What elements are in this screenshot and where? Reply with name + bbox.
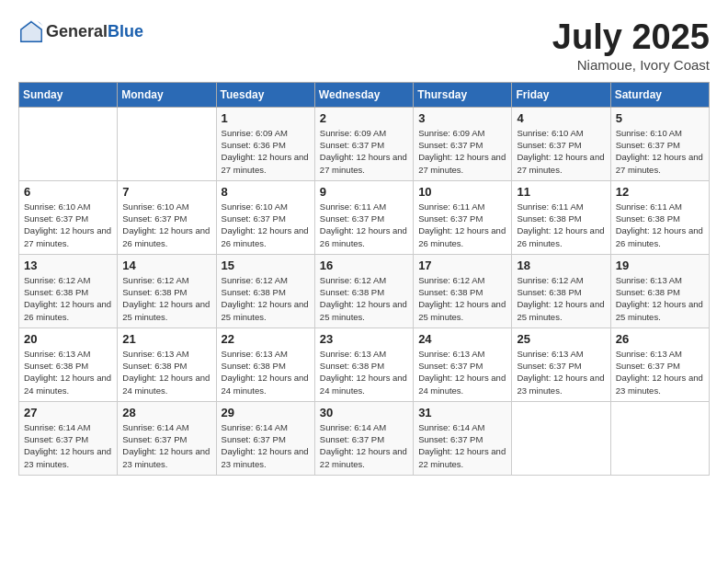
day-number: 28	[122, 406, 210, 419]
weekday-header: Sunday	[19, 82, 118, 107]
day-number: 2	[320, 111, 408, 125]
day-number: 18	[517, 259, 605, 272]
cell-detail: Sunrise: 6:10 AMSunset: 6:37 PMDaylight:…	[122, 201, 210, 249]
cell-detail: Sunrise: 6:14 AMSunset: 6:37 PMDaylight:…	[122, 421, 210, 470]
day-number: 26	[616, 332, 704, 346]
calendar-cell	[512, 401, 610, 475]
day-number: 17	[418, 259, 506, 272]
calendar-cell: 12Sunrise: 6:11 AMSunset: 6:38 PMDayligh…	[610, 180, 709, 254]
calendar-cell: 21Sunrise: 6:13 AMSunset: 6:38 PMDayligh…	[118, 327, 216, 401]
day-number: 30	[320, 406, 408, 419]
cell-detail: Sunrise: 6:13 AMSunset: 6:37 PMDaylight:…	[517, 348, 605, 396]
calendar-cell	[610, 401, 709, 475]
logo-text: GeneralBlue	[46, 22, 143, 41]
calendar-cell: 31Sunrise: 6:14 AMSunset: 6:37 PMDayligh…	[414, 401, 512, 475]
calendar-cell: 19Sunrise: 6:13 AMSunset: 6:38 PMDayligh…	[610, 254, 709, 327]
page-header: GeneralBlue July 2025 Niamoue, Ivory Coa…	[18, 18, 710, 73]
calendar-cell: 22Sunrise: 6:13 AMSunset: 6:38 PMDayligh…	[216, 327, 314, 401]
calendar-cell: 14Sunrise: 6:12 AMSunset: 6:38 PMDayligh…	[118, 254, 216, 327]
calendar-cell: 17Sunrise: 6:12 AMSunset: 6:38 PMDayligh…	[414, 254, 512, 327]
cell-detail: Sunrise: 6:12 AMSunset: 6:38 PMDaylight:…	[24, 274, 112, 323]
calendar-cell: 6Sunrise: 6:10 AMSunset: 6:37 PMDaylight…	[19, 180, 118, 254]
calendar-cell: 23Sunrise: 6:13 AMSunset: 6:38 PMDayligh…	[314, 327, 413, 401]
day-number: 15	[222, 259, 310, 272]
cell-detail: Sunrise: 6:13 AMSunset: 6:38 PMDaylight:…	[122, 348, 210, 396]
day-number: 19	[616, 259, 704, 272]
cell-detail: Sunrise: 6:14 AMSunset: 6:37 PMDaylight:…	[222, 421, 310, 470]
weekday-header: Saturday	[610, 82, 709, 107]
calendar-cell: 7Sunrise: 6:10 AMSunset: 6:37 PMDaylight…	[118, 180, 216, 254]
cell-detail: Sunrise: 6:13 AMSunset: 6:37 PMDaylight:…	[418, 348, 506, 396]
cell-detail: Sunrise: 6:09 AMSunset: 6:37 PMDaylight:…	[320, 127, 408, 176]
day-number: 13	[24, 259, 112, 272]
day-number: 29	[222, 406, 310, 419]
calendar-cell: 26Sunrise: 6:13 AMSunset: 6:37 PMDayligh…	[610, 327, 709, 401]
calendar-cell: 5Sunrise: 6:10 AMSunset: 6:37 PMDaylight…	[610, 107, 709, 180]
logo-blue: Blue	[108, 22, 143, 40]
weekday-header-row: SundayMondayTuesdayWednesdayThursdayFrid…	[19, 82, 710, 107]
cell-detail: Sunrise: 6:13 AMSunset: 6:38 PMDaylight:…	[616, 274, 704, 323]
day-number: 5	[616, 111, 704, 125]
weekday-header: Thursday	[414, 82, 512, 107]
cell-detail: Sunrise: 6:13 AMSunset: 6:38 PMDaylight:…	[320, 348, 408, 396]
calendar-week-row: 27Sunrise: 6:14 AMSunset: 6:37 PMDayligh…	[19, 401, 710, 475]
cell-detail: Sunrise: 6:14 AMSunset: 6:37 PMDaylight:…	[418, 421, 506, 470]
cell-detail: Sunrise: 6:12 AMSunset: 6:38 PMDaylight:…	[320, 274, 408, 323]
logo-icon	[18, 18, 44, 44]
cell-detail: Sunrise: 6:14 AMSunset: 6:37 PMDaylight:…	[320, 421, 408, 470]
calendar-cell: 10Sunrise: 6:11 AMSunset: 6:37 PMDayligh…	[414, 180, 512, 254]
calendar-cell: 25Sunrise: 6:13 AMSunset: 6:37 PMDayligh…	[512, 327, 610, 401]
cell-detail: Sunrise: 6:10 AMSunset: 6:37 PMDaylight:…	[517, 127, 605, 176]
calendar-cell: 18Sunrise: 6:12 AMSunset: 6:38 PMDayligh…	[512, 254, 610, 327]
calendar-cell: 16Sunrise: 6:12 AMSunset: 6:38 PMDayligh…	[314, 254, 413, 327]
cell-detail: Sunrise: 6:11 AMSunset: 6:38 PMDaylight:…	[616, 201, 704, 249]
cell-detail: Sunrise: 6:10 AMSunset: 6:37 PMDaylight:…	[24, 201, 112, 249]
calendar-cell: 28Sunrise: 6:14 AMSunset: 6:37 PMDayligh…	[118, 401, 216, 475]
cell-detail: Sunrise: 6:11 AMSunset: 6:38 PMDaylight:…	[517, 201, 605, 249]
day-number: 12	[616, 185, 704, 199]
day-number: 6	[24, 185, 112, 199]
cell-detail: Sunrise: 6:12 AMSunset: 6:38 PMDaylight:…	[418, 274, 506, 323]
day-number: 3	[418, 111, 506, 125]
day-number: 14	[122, 259, 210, 272]
calendar-cell	[118, 107, 216, 180]
calendar-cell: 8Sunrise: 6:10 AMSunset: 6:37 PMDaylight…	[216, 180, 314, 254]
day-number: 27	[24, 406, 112, 419]
day-number: 4	[517, 111, 605, 125]
cell-detail: Sunrise: 6:13 AMSunset: 6:38 PMDaylight:…	[222, 348, 310, 396]
calendar-table: SundayMondayTuesdayWednesdayThursdayFrid…	[18, 82, 710, 476]
day-number: 24	[418, 332, 506, 346]
weekday-header: Monday	[118, 82, 216, 107]
cell-detail: Sunrise: 6:12 AMSunset: 6:38 PMDaylight:…	[517, 274, 605, 323]
calendar-cell: 13Sunrise: 6:12 AMSunset: 6:38 PMDayligh…	[19, 254, 118, 327]
svg-marker-0	[20, 20, 42, 42]
day-number: 31	[418, 406, 506, 419]
location-subtitle: Niamoue, Ivory Coast	[552, 57, 710, 73]
cell-detail: Sunrise: 6:10 AMSunset: 6:37 PMDaylight:…	[222, 201, 310, 249]
calendar-week-row: 13Sunrise: 6:12 AMSunset: 6:38 PMDayligh…	[19, 254, 710, 327]
logo: GeneralBlue	[18, 18, 143, 44]
cell-detail: Sunrise: 6:11 AMSunset: 6:37 PMDaylight:…	[418, 201, 506, 249]
weekday-header: Friday	[512, 82, 610, 107]
calendar-cell	[19, 107, 118, 180]
day-number: 21	[122, 332, 210, 346]
calendar-cell: 11Sunrise: 6:11 AMSunset: 6:38 PMDayligh…	[512, 180, 610, 254]
cell-detail: Sunrise: 6:09 AMSunset: 6:36 PMDaylight:…	[222, 127, 310, 176]
cell-detail: Sunrise: 6:09 AMSunset: 6:37 PMDaylight:…	[418, 127, 506, 176]
day-number: 20	[24, 332, 112, 346]
title-block: July 2025 Niamoue, Ivory Coast	[552, 18, 710, 73]
day-number: 8	[222, 185, 310, 199]
calendar-cell: 24Sunrise: 6:13 AMSunset: 6:37 PMDayligh…	[414, 327, 512, 401]
calendar-week-row: 6Sunrise: 6:10 AMSunset: 6:37 PMDaylight…	[19, 180, 710, 254]
svg-marker-2	[38, 21, 44, 27]
day-number: 9	[320, 185, 408, 199]
cell-detail: Sunrise: 6:13 AMSunset: 6:38 PMDaylight:…	[24, 348, 112, 396]
cell-detail: Sunrise: 6:11 AMSunset: 6:37 PMDaylight:…	[320, 201, 408, 249]
calendar-cell: 1Sunrise: 6:09 AMSunset: 6:36 PMDaylight…	[216, 107, 314, 180]
day-number: 25	[517, 332, 605, 346]
calendar-cell: 9Sunrise: 6:11 AMSunset: 6:37 PMDaylight…	[314, 180, 413, 254]
calendar-cell: 15Sunrise: 6:12 AMSunset: 6:38 PMDayligh…	[216, 254, 314, 327]
cell-detail: Sunrise: 6:12 AMSunset: 6:38 PMDaylight:…	[122, 274, 210, 323]
cell-detail: Sunrise: 6:13 AMSunset: 6:37 PMDaylight:…	[616, 348, 704, 396]
logo-general: General	[46, 22, 108, 40]
